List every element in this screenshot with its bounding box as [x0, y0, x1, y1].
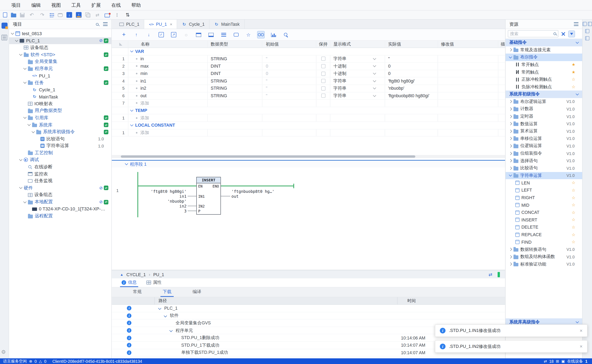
- retain-checkbox[interactable]: [321, 86, 325, 90]
- subtab-compile[interactable]: 编译: [190, 287, 204, 297]
- col-name[interactable]: 名称: [128, 41, 208, 47]
- export-icon[interactable]: [170, 31, 178, 39]
- format-dropdown-icon[interactable]: [373, 57, 376, 60]
- tree-item[interactable]: IO映射表 ⊘ ⇄: [9, 100, 111, 107]
- tab-properties[interactable]: 属性: [145, 278, 163, 287]
- editor-tab[interactable]: PU_1 ×: [144, 20, 177, 29]
- close-icon[interactable]: ×: [580, 328, 583, 334]
- operand-out-value[interactable]: 'ftgnbuobp8t0 hg…': [232, 189, 274, 194]
- instruction-item[interactable]: INSERT: [506, 216, 582, 223]
- find-icon[interactable]: [282, 31, 290, 39]
- project-explorer-icon[interactable]: [1, 23, 7, 29]
- operand-in1-name[interactable]: in1: [179, 194, 186, 198]
- retain-checkbox[interactable]: [321, 64, 325, 68]
- section-primary-library[interactable]: 系统库初级指令: [506, 91, 582, 98]
- outline-icon[interactable]: [1, 35, 7, 40]
- log-row[interactable]: i 软件: [112, 312, 505, 319]
- chevron-right-icon[interactable]: [509, 107, 512, 111]
- menu-item[interactable]: 编辑: [26, 0, 46, 10]
- format-dropdown-icon[interactable]: [373, 79, 376, 82]
- favorite-star-icon[interactable]: [572, 77, 575, 82]
- retain-checkbox[interactable]: [321, 57, 325, 61]
- resource-folder-row[interactable]: 位组装指令 V1.0: [506, 150, 582, 157]
- resource-folder-row[interactable]: 布尔指令: [506, 53, 582, 61]
- panel-right-icon[interactable]: [585, 29, 589, 33]
- search-icon[interactable]: [96, 23, 99, 26]
- variable-row[interactable]: 6 out STRING '' 字符串 'ftgnbuobp8t0 hg80gi…: [112, 92, 505, 100]
- sync-icon[interactable]: [94, 12, 101, 18]
- chevron-right-icon[interactable]: [509, 159, 512, 162]
- tree-item[interactable]: 系统库初级指令 ⊘ ⇄: [9, 128, 111, 135]
- open-project-icon[interactable]: [11, 13, 16, 17]
- chevron-right-icon[interactable]: [509, 263, 512, 266]
- chevron-right-icon[interactable]: [509, 248, 512, 251]
- retain-checkbox[interactable]: [321, 94, 325, 98]
- col-description[interactable]: 描述: [498, 41, 505, 47]
- resource-folder-row[interactable]: 位逻辑运算 V1.0: [506, 142, 582, 150]
- apply-icon[interactable]: [158, 31, 165, 39]
- instruction-item[interactable]: 正脉冲检测触点: [506, 76, 582, 83]
- col-initial[interactable]: 初始值: [262, 41, 316, 47]
- instruction-item[interactable]: LEN: [506, 179, 582, 187]
- col-retain[interactable]: 保持: [316, 41, 330, 47]
- breadcrumb-item[interactable]: PU_1: [153, 272, 164, 277]
- filter-icon[interactable]: [568, 30, 575, 37]
- branch-icon[interactable]: [114, 12, 120, 18]
- view-options-icon[interactable]: [103, 22, 107, 26]
- ladder-editor[interactable]: 1 INSERT EN ENO IN1 IN2 P 'ftg8t0 hg80gi…: [112, 168, 505, 270]
- variable-row[interactable]: 3 min DINT 0 十进制 0: [112, 70, 505, 78]
- sync-icon[interactable]: [489, 272, 492, 277]
- tree-item[interactable]: PU_1 ⊘ ⇄: [9, 72, 111, 79]
- format-dropdown-icon[interactable]: [373, 64, 376, 67]
- instruction-item[interactable]: CONCAT: [506, 209, 582, 216]
- favorite-star-icon[interactable]: [572, 180, 575, 185]
- breadcrumb-item[interactable]: CYCLE_1: [126, 272, 146, 277]
- apps-icon[interactable]: [49, 13, 54, 17]
- resource-folder-row[interactable]: 布尔逻辑运算 V1.0: [506, 98, 582, 105]
- variable-row[interactable]: 5 in2 STRING '' 字符串 'nbuobp': [112, 85, 505, 92]
- menu-icon[interactable]: [220, 31, 227, 39]
- add-variable-row[interactable]: 1 添加: [112, 114, 505, 122]
- chevron-icon[interactable]: [19, 52, 22, 56]
- menu-item[interactable]: 扩展: [86, 0, 106, 10]
- view-options-icon[interactable]: [574, 22, 578, 26]
- tree-item[interactable]: 系统库 ⊘ ⇄: [9, 121, 111, 128]
- menu-item[interactable]: 在线: [106, 0, 126, 10]
- instruction-item[interactable]: REPLACE: [506, 231, 582, 238]
- menu-item[interactable]: 项目: [6, 0, 26, 10]
- move-up-icon[interactable]: [133, 31, 140, 39]
- chevron-icon[interactable]: [23, 116, 27, 119]
- resource-folder-row[interactable]: 常规及连接元素: [506, 46, 582, 53]
- tree-item[interactable]: 设备组态 ⊘ ⇄: [9, 44, 111, 51]
- chevron-right-icon[interactable]: [509, 130, 512, 133]
- resource-folder-row[interactable]: 算术运算 V1.0: [506, 127, 582, 135]
- operand-in2-value[interactable]: 'nbuobp': [167, 199, 186, 203]
- subtab-general[interactable]: 常规: [131, 287, 144, 297]
- import-table-icon[interactable]: [58, 13, 63, 17]
- chevron-icon[interactable]: [19, 158, 22, 161]
- operand-out-name[interactable]: out: [232, 194, 239, 198]
- col-datatype[interactable]: 数据类型: [207, 41, 262, 47]
- layout-columns-icon[interactable]: [583, 22, 587, 26]
- instruction-item[interactable]: RIGHT: [506, 194, 582, 202]
- tree-item[interactable]: 字符串运算 1.0 ⊘ ⇄: [9, 142, 111, 149]
- chevron-right-icon[interactable]: [509, 115, 512, 118]
- col-modify[interactable]: 修改值: [438, 41, 498, 47]
- monitor-icon[interactable]: [105, 13, 110, 17]
- favorite-icon[interactable]: [245, 31, 252, 39]
- editor-tab[interactable]: PLC_1: [115, 20, 144, 29]
- resource-folder-row[interactable]: 字符串运算 V1.0: [506, 172, 582, 179]
- instruction-item[interactable]: 常闭触点: [506, 68, 582, 76]
- tree-item[interactable]: 工艺控制 ⊘ ⇄: [9, 149, 111, 156]
- insert-below-icon[interactable]: [207, 31, 215, 39]
- chevron-down-icon[interactable]: [509, 173, 512, 177]
- col-time[interactable]: 时间: [397, 297, 505, 304]
- tree-item[interactable]: test_0813 ⊘ ⇄: [9, 30, 111, 37]
- chevron-right-icon[interactable]: [509, 137, 512, 140]
- tree-item[interactable]: 引用库 ⊘ ⇄: [9, 114, 111, 121]
- tree-item[interactable]: 设备组态 ⊘ ⇄: [9, 191, 111, 198]
- chevron-right-icon[interactable]: [509, 122, 512, 125]
- tree-item[interactable]: 本地配置 ⊘ ⇄: [9, 199, 111, 206]
- chevron-down-icon[interactable]: [130, 49, 133, 52]
- layout-grid-icon[interactable]: [588, 22, 592, 26]
